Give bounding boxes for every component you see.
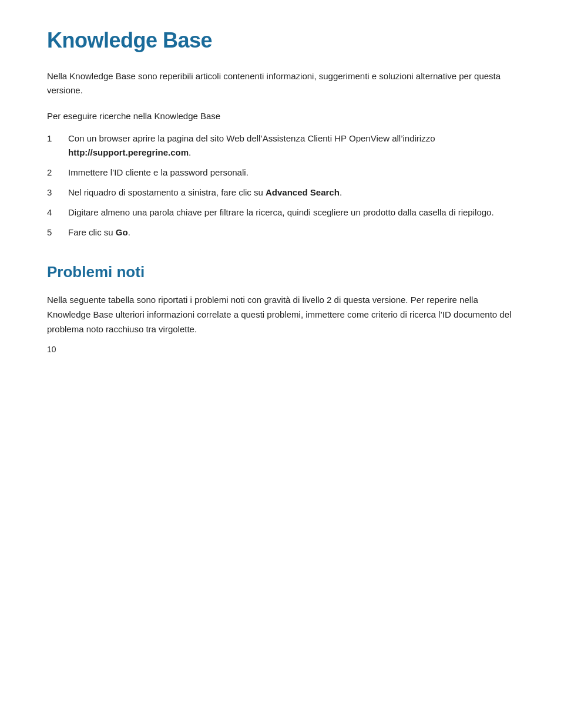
page-container: Knowledge Base Nella Knowledge Base sono… (0, 0, 564, 372)
section-intro-text: Per eseguire ricerche nella Knowledge Ba… (47, 109, 517, 123)
step-5: 5 Fare clic su Go. (47, 225, 517, 240)
step-3-number: 3 (47, 186, 68, 200)
step-5-text: Fare clic su Go. (68, 225, 517, 240)
step-1: 1 Con un browser aprire la pagina del si… (47, 132, 517, 160)
step-1-number: 1 (47, 132, 68, 146)
section2-body: Nella seguente tabella sono riportati i … (47, 293, 517, 336)
step-3-text: Nel riquadro di spostamento a sinistra, … (68, 186, 517, 200)
step-4-number: 4 (47, 205, 68, 220)
page-title: Knowledge Base (47, 28, 517, 53)
step-5-number: 5 (47, 225, 68, 240)
step-1-url: http://support.peregrine.com (68, 147, 189, 157)
steps-list: 1 Con un browser aprire la pagina del si… (47, 132, 517, 240)
page-number: 10 (47, 345, 56, 354)
step-4: 4 Digitare almeno una parola chiave per … (47, 205, 517, 220)
step-1-text: Con un browser aprire la pagina del sito… (68, 132, 517, 160)
step-5-bold: Go (116, 227, 128, 237)
step-4-text: Digitare almeno una parola chiave per fi… (68, 205, 517, 220)
step-2-text: Immettere l’ID cliente e la password per… (68, 166, 517, 180)
step-2-number: 2 (47, 166, 68, 180)
intro-paragraph: Nella Knowledge Base sono reperibili art… (47, 69, 517, 97)
section2-title: Problemi noti (47, 263, 517, 281)
step-2: 2 Immettere l’ID cliente e la password p… (47, 166, 517, 180)
step-3-bold: Advanced Search (266, 187, 340, 197)
step-3: 3 Nel riquadro di spostamento a sinistra… (47, 186, 517, 200)
